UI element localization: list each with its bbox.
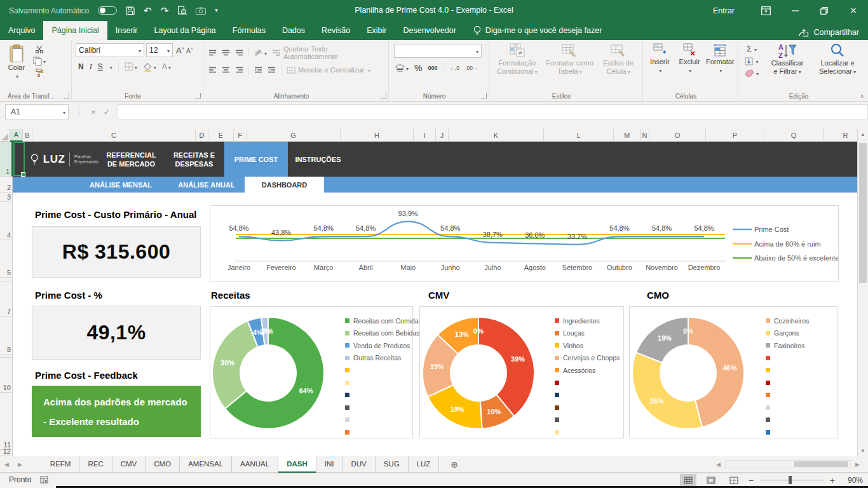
formula-input[interactable] xyxy=(118,104,868,119)
row-header-4[interactable]: 4 xyxy=(0,202,13,240)
row-header-12[interactable]: 12 xyxy=(0,450,13,456)
sheet-next-icon[interactable]: ▶ xyxy=(13,461,27,468)
sheet-tab-luz[interactable]: LUZ xyxy=(409,456,440,473)
column-header-q[interactable]: Q xyxy=(764,129,824,142)
receitas-donut-chart[interactable]: 64%30%4%2%0% Receitas com ComidasReceita… xyxy=(210,306,413,438)
increase-font-icon[interactable]: A˄ xyxy=(176,46,184,55)
clear-icon[interactable] xyxy=(741,69,763,78)
row-header-2[interactable]: 2 xyxy=(0,177,13,193)
copy-icon[interactable] xyxy=(33,57,46,65)
align-bottom-icon[interactable] xyxy=(235,50,243,57)
fill-color-icon[interactable] xyxy=(143,62,156,72)
row-header-10[interactable]: 10 xyxy=(0,358,13,393)
fill-icon[interactable] xyxy=(741,57,763,65)
cmv-donut-chart[interactable]: 39%10%19%19%13%0% IngredientesLouçasVinh… xyxy=(419,306,624,438)
sheet-tab-ini[interactable]: INI xyxy=(316,456,343,473)
dialog-launcher-icon[interactable] xyxy=(195,93,201,98)
column-header-n[interactable]: N xyxy=(641,129,649,142)
comma-style-button[interactable]: 000 xyxy=(428,65,437,71)
italic-button[interactable]: I xyxy=(90,62,92,72)
scroll-up-icon[interactable]: ▲ xyxy=(858,132,868,137)
hscroll-right-icon[interactable]: ▶ xyxy=(851,461,864,468)
menu-tab-desenvolvedor[interactable]: Desenvolvedor xyxy=(395,21,464,40)
undo-icon[interactable]: ↶ xyxy=(144,6,152,15)
page-break-view-icon[interactable] xyxy=(726,474,742,486)
decrease-decimal-button[interactable]: ,00→ xyxy=(465,65,478,71)
column-header-f[interactable]: F xyxy=(234,129,247,142)
row-header-7[interactable]: 7 xyxy=(0,281,13,316)
number-format-select[interactable] xyxy=(394,44,482,58)
zoom-level[interactable]: 90% xyxy=(841,476,863,485)
qat-customize-icon[interactable]: ▾ xyxy=(215,8,218,13)
sheet-tab-aanual[interactable]: AANUAL xyxy=(232,456,278,473)
sub-tab-analise-mensal[interactable]: ANÁLISE MENSAL xyxy=(73,177,168,193)
close-button[interactable]: × xyxy=(839,0,868,21)
prime-cost-line-chart[interactable]: JaneiroFevereiroMarçoAbrilMaioJunhoJulho… xyxy=(210,205,839,281)
page-layout-view-icon[interactable] xyxy=(703,474,719,486)
underline-button[interactable]: S xyxy=(98,62,103,71)
nav-tab-prime-cost[interactable]: PRIME COST xyxy=(224,142,288,177)
column-header-a[interactable]: A xyxy=(10,129,23,142)
minimize-button[interactable] xyxy=(780,0,810,21)
paste-button[interactable]: Colar xyxy=(0,43,33,81)
share-button[interactable]: Compartilhar xyxy=(799,28,859,37)
column-header-b[interactable]: B xyxy=(23,129,32,142)
autosave-toggle[interactable] xyxy=(98,6,117,15)
row-header-11[interactable]: 11 xyxy=(0,393,13,450)
nav-tab-receitas-e-despesas[interactable]: RECEITAS EDESPESAS xyxy=(164,142,224,177)
align-right-icon[interactable] xyxy=(235,67,243,74)
row-header-3[interactable]: 3 xyxy=(0,193,13,202)
dialog-launcher-icon[interactable] xyxy=(64,93,69,98)
zoom-in-button[interactable]: + xyxy=(830,475,835,485)
column-header-j[interactable]: J xyxy=(436,129,449,142)
column-header-d[interactable]: D xyxy=(196,129,208,142)
horizontal-scrollbar[interactable]: ◀ ▶ xyxy=(712,460,864,468)
zoom-slider[interactable] xyxy=(760,480,824,480)
restore-button[interactable] xyxy=(810,0,839,21)
save-icon[interactable] xyxy=(126,6,135,15)
column-header-k[interactable]: K xyxy=(449,129,544,142)
borders-icon[interactable] xyxy=(125,62,137,71)
sheet-tab-duv[interactable]: DUV xyxy=(342,456,375,473)
merge-center-button[interactable]: Mesclar e Centralizar xyxy=(287,65,370,74)
sheet-tab-rec[interactable]: REC xyxy=(79,456,112,473)
cut-icon[interactable] xyxy=(33,45,46,53)
font-size-select[interactable]: 12 xyxy=(146,43,173,57)
align-top-icon[interactable] xyxy=(208,50,217,57)
column-header-c[interactable]: C xyxy=(32,129,196,142)
dialog-launcher-icon[interactable] xyxy=(381,93,386,98)
zoom-slider-thumb[interactable] xyxy=(789,476,792,484)
sheet-tab-amensal[interactable]: AMENSAL xyxy=(180,456,232,473)
menu-tab-revisao[interactable]: Revisão xyxy=(313,21,358,40)
dialog-launcher-icon[interactable] xyxy=(481,93,487,98)
column-header-p[interactable]: P xyxy=(706,129,764,142)
cancel-entry-icon[interactable]: × xyxy=(91,107,96,117)
align-middle-icon[interactable] xyxy=(222,50,230,57)
sub-tab-analise-anual[interactable]: ANÁLISE ANUAL xyxy=(168,177,245,193)
print-preview-icon[interactable] xyxy=(177,6,187,15)
menu-tab-formulas[interactable]: Fórmulas xyxy=(224,21,274,40)
nav-tab-instrucoes[interactable]: INSTRUÇÕES xyxy=(288,142,348,177)
format-painter-icon[interactable] xyxy=(33,69,46,77)
font-color-icon[interactable]: A xyxy=(162,62,171,71)
sub-tab-dashboard[interactable]: DASHBOARD xyxy=(245,177,324,193)
select-all-corner[interactable] xyxy=(0,129,10,142)
column-header-i[interactable]: I xyxy=(414,129,436,142)
sheet-tab-dash[interactable]: DASH xyxy=(278,456,316,473)
autosum-icon[interactable]: Σ xyxy=(741,44,763,53)
vertical-scroll-thumb[interactable] xyxy=(859,143,867,283)
menu-tab-pagina-inicial[interactable]: Página Inicial xyxy=(43,21,107,40)
sign-in-button[interactable]: Entrar xyxy=(696,6,751,15)
camera-icon[interactable] xyxy=(196,7,206,15)
normal-view-icon[interactable] xyxy=(680,474,696,486)
macro-record-icon[interactable] xyxy=(40,476,48,484)
row-header-8[interactable]: 8 xyxy=(0,316,13,355)
increase-decimal-button[interactable]: ←,0 xyxy=(450,65,460,71)
wrap-text-button[interactable]: Quebrar Texto Automaticamente xyxy=(272,45,383,60)
column-header-o[interactable]: O xyxy=(649,129,706,142)
font-name-select[interactable]: Calibri xyxy=(76,43,144,57)
vertical-scrollbar[interactable]: ▲ ▼ xyxy=(857,129,868,456)
sheet-tab-cmv[interactable]: CMV xyxy=(112,456,146,473)
percent-style-button[interactable]: % xyxy=(414,63,422,73)
sheet-prev-icon[interactable]: ◀ xyxy=(0,461,13,468)
